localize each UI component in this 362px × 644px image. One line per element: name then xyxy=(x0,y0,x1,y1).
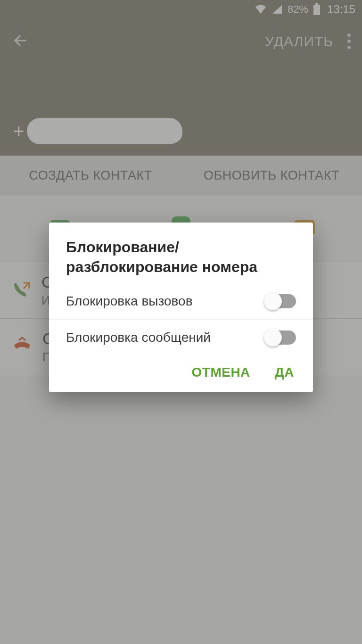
block-unblock-dialog: Блокирование/ разблокирование номера Бло… xyxy=(49,223,313,392)
dialog-title: Блокирование/ разблокирование номера xyxy=(49,238,313,283)
block-calls-label: Блокировка вызовов xyxy=(66,294,193,309)
cancel-button[interactable]: ОТМЕНА xyxy=(192,365,250,380)
block-sms-label: Блокировка сообщений xyxy=(66,330,211,345)
ok-button[interactable]: ДА xyxy=(275,365,294,380)
block-sms-row: Блокировка сообщений xyxy=(49,319,313,355)
block-calls-row: Блокировка вызовов xyxy=(49,283,313,319)
block-calls-toggle[interactable] xyxy=(265,294,296,308)
dialog-actions: ОТМЕНА ДА xyxy=(49,355,313,392)
block-sms-toggle[interactable] xyxy=(265,330,296,345)
